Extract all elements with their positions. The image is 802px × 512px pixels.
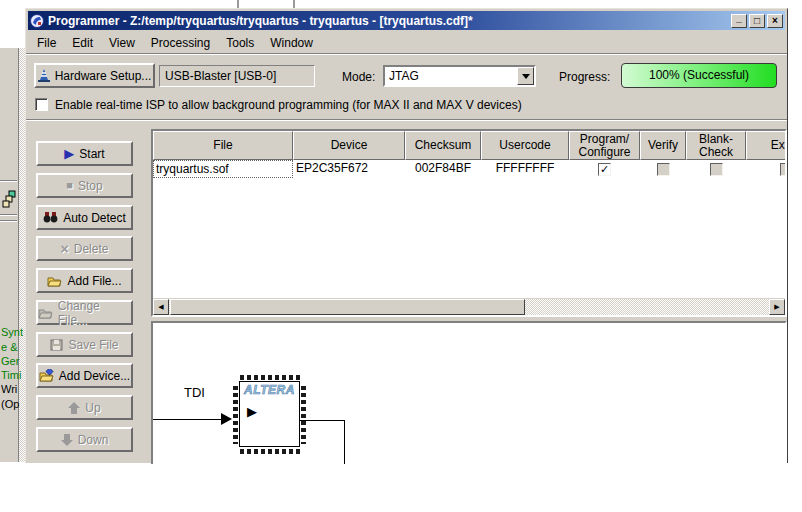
delete-icon: ×: [61, 242, 69, 256]
device-chip[interactable]: ALTERA ▶: [239, 381, 300, 447]
scroll-right-button[interactable]: ▶: [769, 299, 785, 315]
titlebar[interactable]: Programmer - Z:/temp/tryquartus/tryquart…: [28, 11, 785, 30]
column-label: File: [213, 139, 232, 152]
column-header-usercode[interactable]: Usercode: [481, 131, 569, 160]
down-arrow-icon: [61, 434, 73, 446]
isp-checkbox-label: Enable real-time ISP to allow background…: [55, 98, 522, 112]
cell-program-configure: ✓: [569, 160, 640, 178]
close-button[interactable]: ×: [767, 14, 783, 28]
hardware-setup-button[interactable]: Hardware Setup...: [34, 63, 155, 88]
button-label: Add Device...: [59, 369, 130, 383]
cell-blank-check: ✓: [686, 160, 746, 178]
change-file-button: Change File...: [36, 300, 133, 325]
chip-play-icon: ▶: [247, 404, 257, 419]
hardware-setup-label: Hardware Setup...: [55, 69, 152, 83]
auto-detect-button[interactable]: Auto Detect: [36, 205, 133, 230]
background-task-label: Synt: [1, 326, 23, 338]
button-label: Delete: [74, 242, 109, 256]
window-title: Programmer - Z:/temp/tryquartus/tryquart…: [48, 14, 729, 28]
down-button: Down: [36, 427, 133, 452]
add-device-folder-icon: [39, 369, 54, 382]
add-file-button[interactable]: Add File...: [36, 268, 133, 293]
maximize-button[interactable]: □: [749, 14, 765, 28]
menu-processing[interactable]: Processing: [143, 34, 218, 52]
scrollbar-thumb[interactable]: [170, 299, 525, 315]
mode-dropdown[interactable]: JTAG: [383, 65, 536, 87]
column-header-verify[interactable]: Verify: [640, 131, 686, 160]
chain-table-panel: File Device Checksum Usercode Program/ C…: [151, 129, 787, 317]
background-task-label: e &: [1, 341, 23, 353]
column-label: Configure: [578, 146, 630, 159]
tdi-wire: [153, 419, 223, 420]
examine-checkbox[interactable]: ✓: [780, 163, 788, 176]
program-configure-checkbox[interactable]: ✓: [598, 163, 611, 176]
progress-label: Progress:: [559, 70, 610, 84]
column-label: Blank-: [699, 133, 733, 146]
jtag-chain-diagram-panel: TDI ALTERA ▶: [151, 321, 787, 464]
stop-icon: ■: [66, 180, 73, 191]
cell-usercode[interactable]: FFFFFFFF: [481, 160, 569, 178]
chip-pins-right: [301, 386, 306, 444]
programmer-window: Programmer - Z:/temp/tryquartus/tryquart…: [25, 8, 788, 463]
menu-window[interactable]: Window: [262, 34, 321, 52]
blank-check-checkbox[interactable]: ✓: [710, 163, 723, 176]
programmer-app-icon: [30, 14, 44, 28]
menu-file[interactable]: File: [29, 34, 64, 52]
divider: [26, 119, 787, 121]
menu-tools[interactable]: Tools: [218, 34, 262, 52]
cell-file[interactable]: tryquartus.sof: [153, 160, 293, 178]
button-label: Up: [85, 401, 100, 415]
background-task-label: Timi: [1, 369, 23, 381]
menu-view[interactable]: View: [101, 34, 143, 52]
column-label: Checksum: [415, 139, 472, 152]
column-header-program-configure[interactable]: Program/ Configure: [569, 131, 640, 160]
tdo-wire-vertical: [344, 420, 345, 464]
background-task-label: (Op: [1, 398, 23, 410]
save-floppy-icon: [50, 339, 63, 351]
delete-button: × Delete: [36, 236, 133, 261]
binoculars-icon: [43, 212, 58, 223]
dropdown-arrow-button[interactable]: [517, 67, 534, 85]
column-label: Device: [331, 139, 368, 152]
column-header-examine[interactable]: Exam: [746, 131, 787, 160]
hardware-name-field: USB-Blaster [USB-0]: [159, 65, 315, 87]
column-label: Usercode: [499, 139, 550, 152]
mode-value: JTAG: [389, 69, 419, 83]
verify-checkbox[interactable]: ✓: [657, 163, 670, 176]
column-header-file[interactable]: File: [153, 131, 293, 160]
chip-pins-top: [240, 375, 302, 380]
horizontal-scrollbar[interactable]: ◀ ▶: [153, 298, 785, 315]
divider: [0, 214, 17, 216]
column-label: Check: [699, 146, 733, 159]
chip-pins-bottom: [240, 449, 302, 454]
button-label: Stop: [78, 179, 103, 193]
column-label: Program/: [580, 133, 629, 146]
background-task-label: Wri: [1, 383, 23, 395]
menu-edit[interactable]: Edit: [64, 34, 101, 52]
column-label: Exam: [771, 139, 787, 152]
isp-checkbox[interactable]: ✓: [35, 98, 48, 111]
table-row[interactable]: tryquartus.sof EP2C35F672 002F84BF FFFFF…: [153, 160, 787, 178]
background-task-label: Ger: [1, 355, 23, 367]
cell-checksum[interactable]: 002F84BF: [405, 160, 481, 178]
cell-device[interactable]: EP2C35F672: [293, 160, 405, 178]
divider: [0, 220, 17, 222]
stop-button: ■ Stop: [36, 173, 133, 198]
change-file-folder-icon: [38, 307, 53, 319]
progress-bar: 100% (Successful): [621, 63, 777, 88]
screenshot-canvas: Synt e & Ger Timi Wri (Op Programmer - Z…: [0, 0, 802, 512]
start-button[interactable]: ▶ Start: [36, 141, 133, 166]
start-icon: ▶: [64, 147, 74, 160]
cascade-windows-icon: [2, 190, 17, 208]
cell-examine: ✓: [746, 160, 787, 178]
column-header-device[interactable]: Device: [293, 131, 405, 160]
minimize-button[interactable]: _: [731, 14, 747, 28]
menubar: File Edit View Processing Tools Window: [29, 32, 784, 53]
check-icon: ✓: [600, 163, 609, 175]
column-header-blank-check[interactable]: Blank- Check: [686, 131, 746, 160]
scroll-left-button[interactable]: ◀: [153, 299, 169, 315]
column-header-checksum[interactable]: Checksum: [405, 131, 481, 160]
button-label: Add File...: [67, 274, 121, 288]
divider: [26, 53, 787, 55]
add-device-button[interactable]: Add Device...: [36, 363, 133, 388]
